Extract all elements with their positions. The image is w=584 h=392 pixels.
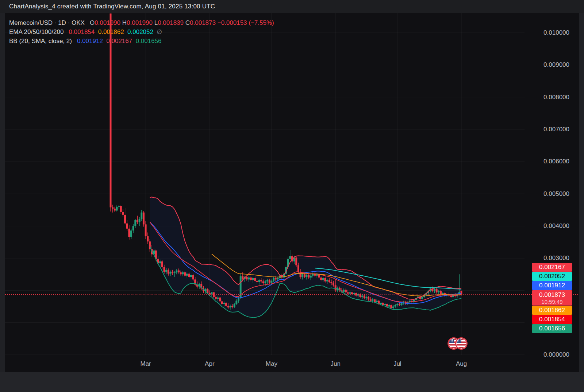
candle-body bbox=[238, 298, 239, 301]
candle-body bbox=[250, 277, 252, 280]
us-flag-icon[interactable] bbox=[456, 338, 467, 349]
candle-body bbox=[388, 305, 390, 307]
candle-body bbox=[159, 261, 161, 263]
candle-body bbox=[215, 297, 217, 299]
indicator-price-label: 0.001656 bbox=[532, 324, 572, 333]
candle-body bbox=[322, 278, 324, 280]
candle-body bbox=[219, 298, 221, 302]
chart-plot-area[interactable] bbox=[5, 13, 579, 355]
candle-body bbox=[343, 290, 345, 292]
bb-upper-value: 0.002167 bbox=[106, 38, 132, 45]
price-chart[interactable] bbox=[0, 0, 584, 392]
low-key: L bbox=[154, 19, 158, 27]
ema100-value: 0.002052 bbox=[127, 28, 153, 36]
high-value: 0.001990 bbox=[127, 19, 153, 27]
candle-body bbox=[141, 213, 142, 219]
candle-body bbox=[139, 219, 141, 222]
candle-body bbox=[304, 274, 306, 277]
candle-body bbox=[246, 277, 248, 279]
open-value: 0.001990 bbox=[95, 19, 120, 27]
candle-body bbox=[221, 301, 223, 304]
candle-body bbox=[308, 275, 310, 277]
legend-ema-row[interactable]: EMA 20/50/100/200 0.001854 0.001862 0.00… bbox=[9, 27, 274, 36]
tradingview-snapshot: ChartAnalysis_4 created with TradingView… bbox=[0, 0, 584, 392]
x-axis-month-label: Apr bbox=[197, 361, 222, 367]
title-bar: ChartAnalysis_4 created with TradingView… bbox=[0, 0, 584, 13]
candle-body bbox=[184, 272, 186, 276]
candle-body bbox=[190, 275, 192, 277]
candle-body bbox=[227, 306, 229, 307]
candle-body bbox=[256, 281, 258, 282]
candle-body bbox=[316, 274, 318, 276]
candle-body bbox=[161, 261, 163, 267]
candle-body bbox=[301, 274, 303, 277]
close-value: 0.001873 bbox=[190, 19, 216, 27]
candle-body bbox=[320, 277, 322, 280]
candle-body bbox=[365, 297, 367, 298]
candle-body bbox=[436, 289, 438, 292]
y-axis-tick-label: 0.004000 bbox=[527, 223, 569, 229]
candle-body bbox=[333, 283, 334, 285]
candle-body bbox=[324, 278, 326, 282]
candle-body bbox=[188, 273, 190, 277]
candle-body bbox=[145, 224, 147, 236]
ema-title: EMA 20/50/100/200 bbox=[9, 28, 64, 36]
candle-body bbox=[231, 306, 233, 307]
candle-body bbox=[306, 275, 308, 277]
ema20-value: 0.001854 bbox=[69, 28, 95, 36]
bb-basis-value: 0.001912 bbox=[77, 38, 103, 45]
ema50-value: 0.001862 bbox=[98, 28, 124, 36]
x-axis-month-label: Aug bbox=[449, 361, 474, 367]
ema200-empty-icon: ∅ bbox=[157, 28, 162, 36]
candle-body bbox=[229, 306, 231, 307]
countdown-timer: 10:59:49 bbox=[541, 299, 562, 305]
open-key: O bbox=[90, 19, 95, 27]
candle-body bbox=[112, 207, 114, 209]
y-axis-tick-label: 0.000000 bbox=[527, 352, 569, 358]
candle-body bbox=[163, 267, 165, 272]
candle-body bbox=[434, 289, 435, 291]
candle-body bbox=[128, 229, 130, 237]
candle-body bbox=[376, 301, 378, 302]
candle-body bbox=[180, 272, 182, 274]
candle-body bbox=[209, 293, 211, 294]
candle-body bbox=[421, 297, 423, 299]
candle-body bbox=[169, 272, 171, 273]
candle-body bbox=[351, 292, 353, 294]
x-axis-month-label: Jul bbox=[385, 361, 410, 367]
candle-body bbox=[386, 304, 388, 306]
candle-body bbox=[172, 272, 173, 273]
candle-body bbox=[147, 236, 149, 241]
candle-body bbox=[318, 274, 320, 277]
candle-body bbox=[310, 276, 312, 277]
legend-bb-row[interactable]: BB (20, SMA, close, 2) 0.001912 0.002167… bbox=[9, 36, 274, 46]
candle-body bbox=[361, 296, 363, 297]
candle-body bbox=[223, 303, 225, 304]
candle-body bbox=[374, 299, 376, 302]
candle-body bbox=[330, 282, 332, 283]
candle-body bbox=[395, 305, 396, 306]
close-key: C bbox=[185, 19, 190, 27]
symbol-title: Memecoin/USD · 1D · OKX bbox=[9, 19, 85, 27]
indicator-price-label: 0.001854 bbox=[532, 315, 572, 324]
x-axis-month-label: May bbox=[259, 361, 284, 367]
candle-body bbox=[165, 270, 167, 272]
candle-body bbox=[442, 293, 444, 294]
candle-body bbox=[269, 280, 270, 283]
candle-body bbox=[450, 296, 452, 297]
candle-body bbox=[399, 304, 400, 305]
candle-body bbox=[401, 303, 403, 305]
current-price-label: 0.00187310:59:49 bbox=[532, 290, 572, 306]
candle-body bbox=[211, 292, 212, 294]
legend-symbol-row[interactable]: Memecoin/USD · 1D · OKX O0.001990 H0.001… bbox=[9, 18, 274, 27]
candle-body bbox=[396, 304, 398, 305]
candle-body bbox=[124, 215, 126, 224]
candle-body bbox=[297, 265, 299, 272]
candle-body bbox=[384, 304, 386, 305]
candle-body bbox=[248, 277, 250, 279]
candle-body bbox=[118, 206, 120, 207]
page-title: ChartAnalysis_4 created with TradingView… bbox=[9, 3, 215, 10]
candle-body bbox=[372, 299, 373, 301]
candle-body bbox=[254, 278, 256, 281]
candle-body bbox=[368, 297, 369, 299]
